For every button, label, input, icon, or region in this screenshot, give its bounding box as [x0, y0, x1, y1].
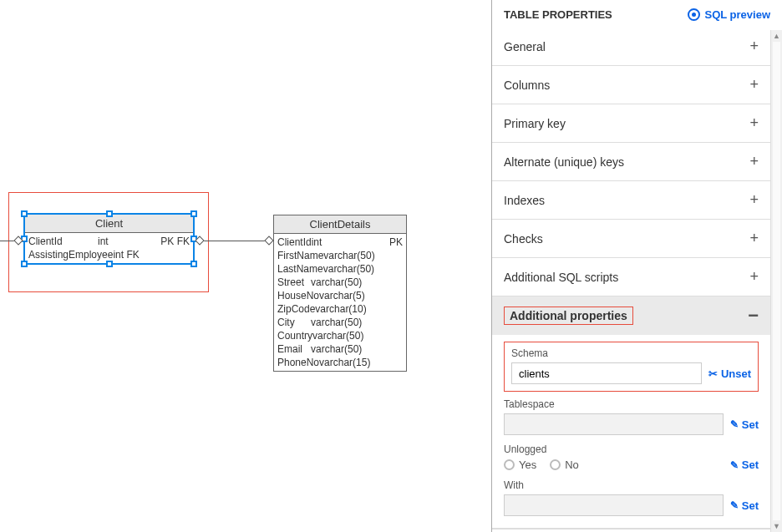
unlogged-yes[interactable]: Yes	[504, 459, 536, 471]
table-title: ClientDetails	[274, 215, 406, 234]
table-columns: ClientIdintPK FirstNamevarchar(50) LastN…	[274, 234, 406, 371]
pencil-icon: ✎	[730, 459, 739, 471]
set-button[interactable]: ✎Set	[730, 418, 759, 431]
resize-handle[interactable]	[106, 210, 113, 217]
expand-icon: +	[749, 230, 759, 247]
resize-handle[interactable]	[190, 261, 197, 267]
section-alternate-keys[interactable]: Alternate (unique) keys+	[492, 143, 770, 180]
relationship-end-icon	[264, 236, 273, 245]
radio-icon	[550, 459, 561, 470]
schema-highlight: Schema ✂Unset	[504, 342, 759, 392]
resize-handle[interactable]	[21, 210, 28, 217]
table-clientdetails[interactable]: ClientDetails ClientIdintPK FirstNamevar…	[273, 215, 407, 372]
expand-icon: +	[749, 191, 759, 209]
section-indexes[interactable]: Indexes+	[492, 181, 770, 219]
section-additional-sql[interactable]: Additional SQL scripts+	[492, 258, 770, 296]
expand-icon: +	[749, 153, 759, 170]
scrollbar[interactable]: ▲ ▼	[770, 30, 782, 532]
section-general[interactable]: General+	[492, 28, 770, 65]
table-columns: ClientId int PK FK AssistingEmployee int…	[25, 233, 193, 263]
additional-properties-body: Schema ✂Unset Tablespace ✎Set Unlogged	[492, 335, 770, 528]
unset-button[interactable]: ✂Unset	[708, 367, 751, 380]
section-additional-properties[interactable]: Additional properties −	[492, 296, 770, 335]
table-row: Emailvarchar(50)	[277, 342, 403, 356]
section-checks[interactable]: Checks+	[492, 220, 770, 257]
radio-icon	[504, 459, 515, 470]
expand-icon: +	[749, 38, 759, 55]
table-row: HouseNovarchar(5)	[277, 289, 403, 302]
expand-icon: +	[749, 114, 759, 132]
pencil-icon: ✎	[730, 499, 739, 511]
section-primary-key[interactable]: Primary key+	[492, 104, 770, 142]
table-row: AssistingEmployee int FK	[28, 248, 190, 261]
properties-panel: TABLE PROPERTIES SQL preview General+ Co…	[491, 0, 782, 532]
scroll-down-icon[interactable]: ▼	[771, 520, 782, 532]
resize-handle[interactable]	[190, 210, 197, 217]
table-row: Streetvarchar(50)	[277, 276, 403, 289]
unlogged-label: Unlogged	[504, 443, 759, 455]
table-row: ClientIdintPK	[277, 236, 403, 249]
panel-title: TABLE PROPERTIES	[504, 8, 612, 21]
unlogged-no[interactable]: No	[550, 459, 579, 471]
expand-icon: +	[749, 268, 759, 286]
with-input[interactable]	[504, 494, 724, 516]
er-canvas[interactable]: Client ClientId int PK FK AssistingEmplo…	[0, 0, 491, 532]
table-row: FirstNamevarchar(50)	[277, 249, 403, 262]
sql-preview-button[interactable]: SQL preview	[688, 8, 770, 21]
target-icon	[688, 8, 700, 21]
pencil-icon: ✎	[730, 418, 739, 430]
table-row: LastNamevarchar(50)	[277, 262, 403, 276]
scrollbar-thumb[interactable]	[773, 42, 780, 520]
table-row: ZipCodevarchar(10)	[277, 302, 403, 316]
tablespace-label: Tablespace	[504, 398, 759, 410]
table-row: Countryvarchar(50)	[277, 329, 403, 342]
schema-input[interactable]	[511, 362, 702, 384]
scroll-up-icon[interactable]: ▲	[771, 30, 782, 42]
with-label: With	[504, 479, 759, 491]
collapse-icon: −	[748, 312, 759, 320]
resize-handle[interactable]	[21, 261, 28, 267]
table-title: Client	[25, 215, 193, 233]
set-button[interactable]: ✎Set	[730, 499, 759, 512]
set-button[interactable]: ✎Set	[730, 459, 759, 471]
tablespace-input[interactable]	[504, 413, 724, 435]
resize-handle[interactable]	[106, 261, 113, 267]
scissors-icon: ✂	[708, 367, 718, 380]
table-row: PhoneNovarchar(15)	[277, 356, 403, 369]
section-columns[interactable]: Columns+	[492, 66, 770, 104]
table-client[interactable]: Client ClientId int PK FK AssistingEmplo…	[23, 213, 195, 265]
table-row: Cityvarchar(50)	[277, 316, 403, 329]
panel-header: TABLE PROPERTIES SQL preview	[492, 0, 782, 28]
relationship-line[interactable]	[196, 241, 273, 241]
table-row: ClientId int PK FK	[28, 235, 190, 248]
schema-label: Schema	[511, 347, 751, 359]
panel-scroll[interactable]: General+ Columns+ Primary key+ Alternate…	[492, 28, 782, 532]
expand-icon: +	[749, 76, 759, 94]
